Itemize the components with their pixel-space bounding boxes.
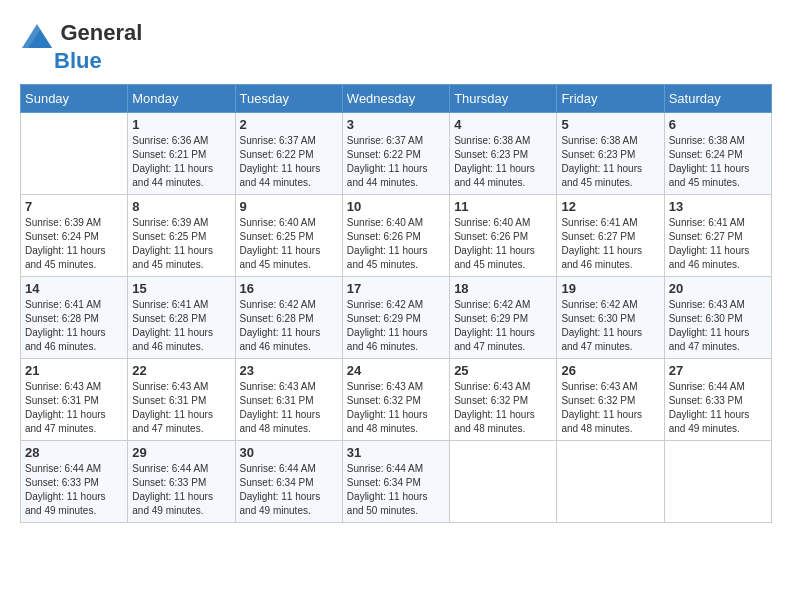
weekday-header-sunday: Sunday <box>21 84 128 112</box>
day-number: 28 <box>25 445 123 460</box>
calendar-cell: 24Sunrise: 6:43 AMSunset: 6:32 PMDayligh… <box>342 358 449 440</box>
weekday-header-tuesday: Tuesday <box>235 84 342 112</box>
calendar-week-row: 28Sunrise: 6:44 AMSunset: 6:33 PMDayligh… <box>21 440 772 522</box>
logo-general: General <box>60 20 142 45</box>
day-info: Sunrise: 6:41 AMSunset: 6:28 PMDaylight:… <box>132 298 230 354</box>
day-info: Sunrise: 6:44 AMSunset: 6:34 PMDaylight:… <box>347 462 445 518</box>
day-number: 21 <box>25 363 123 378</box>
day-info: Sunrise: 6:40 AMSunset: 6:26 PMDaylight:… <box>347 216 445 272</box>
day-number: 23 <box>240 363 338 378</box>
calendar-cell: 16Sunrise: 6:42 AMSunset: 6:28 PMDayligh… <box>235 276 342 358</box>
weekday-header-monday: Monday <box>128 84 235 112</box>
calendar-cell: 15Sunrise: 6:41 AMSunset: 6:28 PMDayligh… <box>128 276 235 358</box>
day-number: 30 <box>240 445 338 460</box>
day-number: 15 <box>132 281 230 296</box>
calendar-cell: 1Sunrise: 6:36 AMSunset: 6:21 PMDaylight… <box>128 112 235 194</box>
calendar-cell: 19Sunrise: 6:42 AMSunset: 6:30 PMDayligh… <box>557 276 664 358</box>
calendar-cell: 13Sunrise: 6:41 AMSunset: 6:27 PMDayligh… <box>664 194 771 276</box>
day-number: 24 <box>347 363 445 378</box>
day-info: Sunrise: 6:44 AMSunset: 6:33 PMDaylight:… <box>132 462 230 518</box>
logo: General Blue <box>20 20 142 74</box>
logo-blue: Blue <box>54 48 102 73</box>
calendar-cell: 9Sunrise: 6:40 AMSunset: 6:25 PMDaylight… <box>235 194 342 276</box>
logo-text: General Blue <box>20 20 142 74</box>
calendar-cell: 10Sunrise: 6:40 AMSunset: 6:26 PMDayligh… <box>342 194 449 276</box>
day-info: Sunrise: 6:43 AMSunset: 6:30 PMDaylight:… <box>669 298 767 354</box>
day-number: 17 <box>347 281 445 296</box>
calendar-cell: 25Sunrise: 6:43 AMSunset: 6:32 PMDayligh… <box>450 358 557 440</box>
weekday-header-saturday: Saturday <box>664 84 771 112</box>
weekday-header-wednesday: Wednesday <box>342 84 449 112</box>
day-number: 31 <box>347 445 445 460</box>
calendar-cell <box>450 440 557 522</box>
calendar-cell: 11Sunrise: 6:40 AMSunset: 6:26 PMDayligh… <box>450 194 557 276</box>
calendar-cell: 2Sunrise: 6:37 AMSunset: 6:22 PMDaylight… <box>235 112 342 194</box>
day-info: Sunrise: 6:38 AMSunset: 6:23 PMDaylight:… <box>561 134 659 190</box>
day-number: 27 <box>669 363 767 378</box>
calendar-table: SundayMondayTuesdayWednesdayThursdayFrid… <box>20 84 772 523</box>
calendar-cell: 28Sunrise: 6:44 AMSunset: 6:33 PMDayligh… <box>21 440 128 522</box>
page-header: General Blue <box>20 20 772 74</box>
day-number: 2 <box>240 117 338 132</box>
calendar-week-row: 14Sunrise: 6:41 AMSunset: 6:28 PMDayligh… <box>21 276 772 358</box>
day-info: Sunrise: 6:39 AMSunset: 6:24 PMDaylight:… <box>25 216 123 272</box>
day-info: Sunrise: 6:42 AMSunset: 6:29 PMDaylight:… <box>454 298 552 354</box>
calendar-cell: 20Sunrise: 6:43 AMSunset: 6:30 PMDayligh… <box>664 276 771 358</box>
day-number: 25 <box>454 363 552 378</box>
day-number: 1 <box>132 117 230 132</box>
day-info: Sunrise: 6:42 AMSunset: 6:28 PMDaylight:… <box>240 298 338 354</box>
day-info: Sunrise: 6:38 AMSunset: 6:24 PMDaylight:… <box>669 134 767 190</box>
calendar-cell: 18Sunrise: 6:42 AMSunset: 6:29 PMDayligh… <box>450 276 557 358</box>
day-info: Sunrise: 6:43 AMSunset: 6:32 PMDaylight:… <box>454 380 552 436</box>
weekday-header-friday: Friday <box>557 84 664 112</box>
day-info: Sunrise: 6:43 AMSunset: 6:31 PMDaylight:… <box>240 380 338 436</box>
calendar-cell: 26Sunrise: 6:43 AMSunset: 6:32 PMDayligh… <box>557 358 664 440</box>
weekday-header-thursday: Thursday <box>450 84 557 112</box>
day-number: 26 <box>561 363 659 378</box>
calendar-cell: 5Sunrise: 6:38 AMSunset: 6:23 PMDaylight… <box>557 112 664 194</box>
day-info: Sunrise: 6:41 AMSunset: 6:27 PMDaylight:… <box>561 216 659 272</box>
calendar-cell: 29Sunrise: 6:44 AMSunset: 6:33 PMDayligh… <box>128 440 235 522</box>
day-number: 16 <box>240 281 338 296</box>
day-number: 13 <box>669 199 767 214</box>
day-info: Sunrise: 6:36 AMSunset: 6:21 PMDaylight:… <box>132 134 230 190</box>
day-number: 6 <box>669 117 767 132</box>
calendar-cell: 3Sunrise: 6:37 AMSunset: 6:22 PMDaylight… <box>342 112 449 194</box>
calendar-cell: 23Sunrise: 6:43 AMSunset: 6:31 PMDayligh… <box>235 358 342 440</box>
day-number: 20 <box>669 281 767 296</box>
day-info: Sunrise: 6:43 AMSunset: 6:31 PMDaylight:… <box>25 380 123 436</box>
calendar-cell: 27Sunrise: 6:44 AMSunset: 6:33 PMDayligh… <box>664 358 771 440</box>
day-number: 18 <box>454 281 552 296</box>
day-info: Sunrise: 6:44 AMSunset: 6:33 PMDaylight:… <box>669 380 767 436</box>
calendar-week-row: 21Sunrise: 6:43 AMSunset: 6:31 PMDayligh… <box>21 358 772 440</box>
day-info: Sunrise: 6:38 AMSunset: 6:23 PMDaylight:… <box>454 134 552 190</box>
day-info: Sunrise: 6:37 AMSunset: 6:22 PMDaylight:… <box>240 134 338 190</box>
calendar-week-row: 1Sunrise: 6:36 AMSunset: 6:21 PMDaylight… <box>21 112 772 194</box>
calendar-cell: 12Sunrise: 6:41 AMSunset: 6:27 PMDayligh… <box>557 194 664 276</box>
calendar-cell: 21Sunrise: 6:43 AMSunset: 6:31 PMDayligh… <box>21 358 128 440</box>
day-info: Sunrise: 6:39 AMSunset: 6:25 PMDaylight:… <box>132 216 230 272</box>
calendar-cell: 6Sunrise: 6:38 AMSunset: 6:24 PMDaylight… <box>664 112 771 194</box>
weekday-header-row: SundayMondayTuesdayWednesdayThursdayFrid… <box>21 84 772 112</box>
day-number: 10 <box>347 199 445 214</box>
day-number: 14 <box>25 281 123 296</box>
calendar-cell: 17Sunrise: 6:42 AMSunset: 6:29 PMDayligh… <box>342 276 449 358</box>
calendar-week-row: 7Sunrise: 6:39 AMSunset: 6:24 PMDaylight… <box>21 194 772 276</box>
day-number: 7 <box>25 199 123 214</box>
calendar-cell <box>21 112 128 194</box>
calendar-cell <box>664 440 771 522</box>
day-number: 19 <box>561 281 659 296</box>
day-number: 9 <box>240 199 338 214</box>
day-info: Sunrise: 6:42 AMSunset: 6:29 PMDaylight:… <box>347 298 445 354</box>
day-number: 4 <box>454 117 552 132</box>
day-info: Sunrise: 6:37 AMSunset: 6:22 PMDaylight:… <box>347 134 445 190</box>
day-number: 8 <box>132 199 230 214</box>
calendar-cell: 7Sunrise: 6:39 AMSunset: 6:24 PMDaylight… <box>21 194 128 276</box>
day-info: Sunrise: 6:44 AMSunset: 6:34 PMDaylight:… <box>240 462 338 518</box>
day-info: Sunrise: 6:40 AMSunset: 6:25 PMDaylight:… <box>240 216 338 272</box>
day-number: 22 <box>132 363 230 378</box>
calendar-cell: 22Sunrise: 6:43 AMSunset: 6:31 PMDayligh… <box>128 358 235 440</box>
day-info: Sunrise: 6:43 AMSunset: 6:31 PMDaylight:… <box>132 380 230 436</box>
day-info: Sunrise: 6:42 AMSunset: 6:30 PMDaylight:… <box>561 298 659 354</box>
day-number: 29 <box>132 445 230 460</box>
